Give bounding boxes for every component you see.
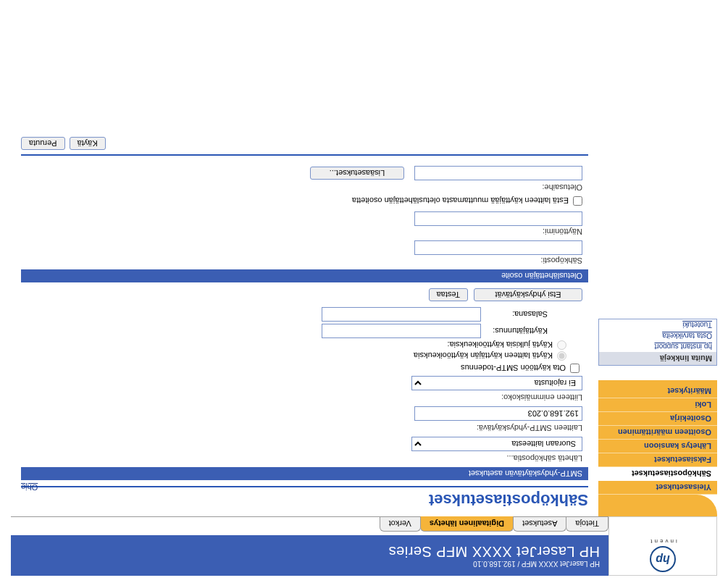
sidebar-item-addressing[interactable]: Osoitteen määrittäminen <box>598 426 717 440</box>
sidebar-item-preferences[interactable]: Määritykset <box>598 385 717 398</box>
use-device-creds-label: Käytä laitteen käyttäjän käyttöoikeuksia <box>414 352 553 361</box>
gateway-label: Laitteen SMTP-yhdyskäytävä: <box>21 424 582 432</box>
other-links-box: Muita linkkejä hp instant support Osta t… <box>598 319 717 366</box>
sidebar-item-address-book[interactable]: Osoitekirja <box>598 412 717 426</box>
tab-networking[interactable]: Verkot <box>380 517 421 532</box>
tab-info[interactable]: Tietoja <box>566 517 608 532</box>
enable-smtp-auth-label: Ota käyttöön SMTP-todennus <box>461 364 566 373</box>
tab-settings[interactable]: Asetukset <box>513 517 566 532</box>
link-instant-support[interactable]: hp instant support <box>599 341 716 352</box>
send-via-label: Lähetä sähköpostia... <box>21 454 582 463</box>
max-attach-label: Liitteen enimmäiskoko: <box>21 393 582 402</box>
sidebar-item-send-folder[interactable]: Lähetys kansioon <box>598 440 717 453</box>
use-public-creds-label: Käytä julkisia käyttöoikeuksia: <box>447 341 553 350</box>
product-title: HP LaserJet XXXX MFP Series <box>11 543 600 560</box>
test-button[interactable]: Testaa <box>429 288 468 301</box>
hp-logo-icon: hp <box>650 546 676 572</box>
password-label: Salasana: <box>485 310 548 319</box>
advanced-button[interactable]: Lisäasetukset... <box>310 167 404 180</box>
prevent-change-label: Estä laitteen käyttäjää muuttamasta olet… <box>352 197 569 206</box>
page-title: Sähköpostiasetukset <box>21 490 588 509</box>
prevent-change-checkbox[interactable] <box>573 196 582 206</box>
sidebar-item-email-settings[interactable]: Sähköpostiasetukset <box>598 467 717 481</box>
breadcrumb: HP LaserJet XXXX MFP / 192.168.0.10 <box>11 560 600 568</box>
username-label: Käyttäjätunnus: <box>485 327 548 335</box>
default-subject-label: Oletusaihe: <box>21 183 582 192</box>
hp-logo-area: hp invent <box>608 535 717 576</box>
password-input[interactable] <box>322 307 481 322</box>
send-via-select[interactable]: Suoraan laitteesta <box>411 437 582 451</box>
sidebar-item-log[interactable]: Loki <box>598 398 717 412</box>
use-device-creds-radio[interactable] <box>557 351 566 361</box>
from-email-input[interactable] <box>414 240 582 255</box>
default-subject-input[interactable] <box>414 166 582 180</box>
other-links-header: Muita linkkejä <box>599 352 716 365</box>
max-attach-select[interactable]: Ei rajoitusta <box>411 376 582 390</box>
use-public-creds-radio[interactable] <box>557 340 566 350</box>
hp-invent-text: invent <box>648 538 677 545</box>
header: hp invent HP LaserJet XXXX MFP / 192.168… <box>11 535 717 576</box>
from-email-label: Sähköposti: <box>21 256 582 265</box>
default-from-section-bar: Oletuslähettäjän osoite <box>21 269 588 282</box>
sidebar: Yleisasetukset Sähköpostiasetukset Faksi… <box>598 7 717 516</box>
username-input[interactable] <box>322 324 481 338</box>
cancel-button[interactable]: Peruuta <box>21 137 65 150</box>
link-shop-supplies[interactable]: Osta tarvikkeita <box>599 330 716 341</box>
from-display-input[interactable] <box>414 211 582 226</box>
tab-row: Tietoja Asetukset Digitaalinen lähetys V… <box>11 516 717 535</box>
apply-button[interactable]: Käytä <box>70 137 106 150</box>
main-panel: Sähköpostiasetukset Ohje SMTP-yhdyskäytä… <box>11 7 598 516</box>
smtp-section-bar: SMTP-yhdyskäytävän asetukset <box>21 467 588 480</box>
help-link[interactable]: Ohje <box>21 483 38 492</box>
enable-smtp-auth-checkbox[interactable] <box>570 364 580 373</box>
gateway-input[interactable] <box>414 406 582 421</box>
from-display-label: Näyttönimi: <box>21 227 582 236</box>
sidebar-item-general[interactable]: Yleisasetukset <box>598 481 717 495</box>
title-banner: HP LaserJet XXXX MFP / 192.168.0.10 HP L… <box>11 535 608 576</box>
find-gateways-button[interactable]: Etsi yhdyskäytävät <box>474 288 582 301</box>
sidebar-item-fax[interactable]: Faksiasetukset <box>598 453 717 467</box>
link-product-support[interactable]: Tuotetuki <box>599 319 716 330</box>
tab-digital-sending[interactable]: Digitaalinen lähetys <box>420 516 514 532</box>
